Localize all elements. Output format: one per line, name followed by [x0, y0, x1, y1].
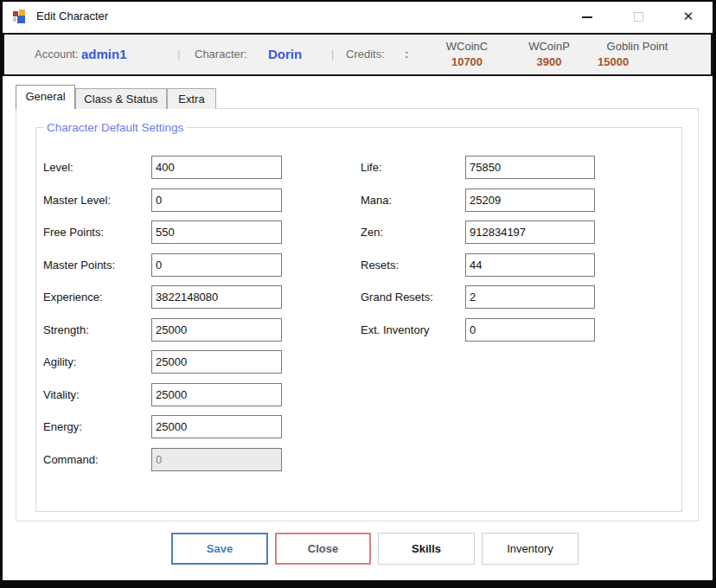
wcoinp-column: WCoinP 3900 [521, 39, 577, 70]
resets-input[interactable] [465, 253, 595, 277]
separator: | [177, 35, 180, 74]
tab-general[interactable]: General [16, 85, 75, 109]
tab-class-status[interactable]: Class & Status [75, 88, 167, 109]
level-input[interactable] [151, 156, 282, 179]
groupbox-title: Character Default Settings [43, 119, 187, 137]
inventory-button[interactable]: Inventory [482, 533, 579, 565]
account-label: Account: [35, 35, 79, 74]
free-points-label: Free Points: [43, 220, 104, 244]
goblin-point-label: Goblin Point [598, 39, 677, 54]
maximize-icon [634, 12, 643, 22]
tab-page-general: Character Default Settings Level: Master… [16, 108, 699, 521]
master-points-input[interactable] [151, 253, 282, 277]
master-level-input[interactable] [151, 189, 282, 212]
separator: | [331, 35, 334, 74]
wcoinc-label: WCoinC [438, 39, 495, 54]
grand-resets-input[interactable] [465, 285, 595, 309]
zen-input[interactable] [465, 220, 595, 244]
ext-inventory-label: Ext. Inventory [361, 318, 429, 342]
skills-button[interactable]: Skills [378, 533, 475, 565]
agility-input[interactable] [151, 350, 282, 374]
agility-label: Agility: [43, 350, 76, 374]
master-points-label: Master Points: [43, 253, 115, 277]
wcoinp-value: 3900 [521, 54, 577, 70]
free-points-input[interactable] [151, 220, 282, 244]
account-header: Account: admin1 | Character: Dorin | Cre… [3, 33, 713, 76]
wcoinc-value: 10700 [438, 54, 495, 70]
experience-input[interactable] [151, 285, 282, 309]
close-button[interactable]: ✕ [674, 3, 703, 29]
character-value: Dorin [268, 35, 302, 74]
close-dialog-button[interactable]: Close [275, 533, 371, 565]
goblin-point-column: Goblin Point 15000 [598, 39, 677, 70]
character-label: Character: [195, 35, 247, 74]
credits-label: Credits: [346, 35, 385, 74]
command-input [151, 448, 282, 471]
vitality-input[interactable] [151, 383, 282, 406]
level-label: Level: [43, 156, 74, 179]
goblin-point-value: 15000 [598, 54, 677, 70]
resets-label: Resets: [361, 253, 399, 277]
credits-value: : [405, 35, 408, 74]
mana-label: Mana: [361, 189, 392, 212]
ext-inventory-input[interactable] [465, 318, 595, 342]
experience-label: Experience: [43, 285, 103, 309]
energy-input[interactable] [151, 415, 282, 438]
app-icon [12, 9, 28, 24]
life-label: Life: [361, 156, 382, 179]
strength-label: Strength: [43, 318, 89, 342]
vitality-label: Vitality: [43, 383, 80, 406]
account-value: admin1 [81, 35, 127, 74]
command-label: Command: [43, 448, 99, 471]
mana-input[interactable] [465, 189, 595, 212]
energy-label: Energy: [43, 415, 82, 438]
minimize-button[interactable] [572, 3, 602, 29]
window: Edit Character ✕ Account: admin1 | Chara… [0, 0, 716, 588]
grand-resets-label: Grand Resets: [361, 285, 433, 309]
life-input[interactable] [465, 156, 595, 179]
wcoinc-column: WCoinC 10700 [438, 39, 495, 70]
save-button[interactable]: Save [171, 533, 268, 565]
zen-label: Zen: [361, 220, 383, 244]
tab-extra[interactable]: Extra [167, 88, 216, 109]
title-bar: Edit Character ✕ [3, 2, 713, 31]
strength-input[interactable] [151, 318, 282, 342]
master-level-label: Master Level: [43, 189, 111, 212]
window-title: Edit Character [36, 2, 108, 31]
minimize-icon [582, 16, 592, 18]
wcoinp-label: WCoinP [521, 39, 577, 54]
maximize-button[interactable] [623, 3, 653, 29]
character-default-settings-groupbox: Character Default Settings Level: Master… [35, 127, 682, 512]
